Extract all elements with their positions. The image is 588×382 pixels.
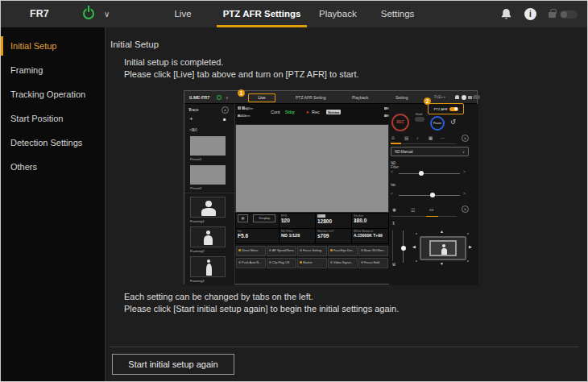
mini-framing1-thumb	[190, 197, 226, 218]
mini-lock-icon	[468, 96, 472, 99]
message-top-line2: Please click [Live] tab above and turn o…	[124, 69, 359, 79]
mini-collapse3-icon: ∧	[462, 206, 469, 213]
mini-grid-icon: ▤	[238, 214, 248, 222]
sidebar-item-framing[interactable]: Framing	[1, 58, 105, 82]
mini-preset-panel: Trace ∨ ∧ + ■ < 1 /10 > Preset1 Preset2 …	[184, 104, 235, 285]
mini-preset2-thumb	[190, 165, 226, 185]
mini-framing3-thumb	[190, 256, 226, 277]
mini-collapse-icon: ∧	[222, 106, 229, 114]
mini-nd-slider-right: >	[463, 169, 466, 174]
mini-status-lens: 8000mm x1.5	[238, 114, 240, 118]
mini-focus-mode3-icon: ▭	[429, 207, 433, 212]
page-title: Initial Setup	[110, 39, 159, 49]
mini-tab-setting: Setting	[395, 91, 408, 104]
mini-ptz-afr-toggle	[449, 107, 458, 111]
tab-ptz-afr-settings[interactable]: PTZ AFR Settings	[217, 1, 307, 27]
mini-bell-icon	[455, 95, 459, 99]
mini-titlebar: ILME-FR7 ∨ Live PTZ AFR Setting Playback…	[184, 91, 477, 104]
mini-lock-toggle	[473, 95, 480, 99]
person-bust-icon	[205, 201, 212, 207]
mini-fps-cell: FPS 120 fps	[280, 214, 315, 228]
info-icon[interactable]: i	[524, 8, 536, 20]
mini-preset1-thumb	[190, 136, 226, 156]
mini-assign-push-auto: Push Auto N...	[236, 258, 266, 268]
sidebar-item-detection-settings[interactable]: Detection Settings	[1, 131, 105, 155]
mini-stream-badge: Stream	[326, 110, 341, 114]
tab-live[interactable]: Live	[168, 1, 197, 27]
mini-rec-dot-icon: ●	[306, 110, 308, 114]
mini-preset1-label: Preset1	[190, 157, 201, 161]
mini-tab-playback: Playback	[352, 91, 368, 104]
mini-divider	[184, 193, 235, 193]
mini-iris-slider-left: <	[391, 191, 393, 196]
mini-nd-slider-track	[399, 173, 460, 174]
mini-status-cont: Cont	[271, 110, 280, 114]
mini-nd-slider-knob	[419, 171, 424, 176]
mini-assign-direct-menu: Direct Menu	[236, 246, 266, 256]
mini-framing3-label: Framing3	[190, 279, 205, 283]
mini-rotate-icon: ↺	[450, 118, 456, 126]
bell-icon[interactable]	[500, 8, 512, 20]
mini-nd-slider-left: <	[391, 169, 393, 174]
mini-pad-up-icon: ▲	[440, 229, 444, 234]
mini-iris-cell: Iris F5.6	[236, 229, 279, 243]
mini-tab-live-highlighted: Live	[248, 93, 275, 102]
chevron-down-icon[interactable]: ∨	[104, 1, 110, 27]
mini-info-icon	[462, 95, 466, 100]
sidebar-item-others[interactable]: Others	[1, 155, 105, 179]
mini-iris-slider-knob	[430, 193, 435, 197]
person-half-icon	[206, 230, 210, 235]
device-name: FR7	[30, 1, 49, 27]
mini-device-name: ILME-FR7	[189, 91, 209, 104]
mini-framing2-thumb	[190, 226, 226, 247]
mini-hold-label: Hold	[416, 112, 422, 116]
sidebar-item-tracking-operation[interactable]: Tracking Operation	[1, 82, 105, 106]
mini-home-icon: ⌂	[391, 135, 395, 140]
sidebar: Initial Setup Framing Tracking Operation…	[1, 27, 106, 382]
mini-focus-mode2-icon: ◫	[411, 207, 415, 212]
power-icon[interactable]	[83, 8, 94, 19]
mini-nd-filter-label: ND Filter ∨	[391, 161, 391, 165]
mini-shutter-cell: Shutter ◢ 180.0	[352, 214, 388, 228]
mini-status-ae: AE+0.75 999min	[384, 114, 387, 118]
mini-iris-slider-track	[399, 195, 460, 196]
mini-collapse2-icon: ∧	[462, 135, 469, 142]
mini-rec-button: REC	[391, 114, 409, 131]
mini-pause-button: Pause	[430, 116, 445, 131]
app-window: FR7 ∨ Live PTZ AFR Settings Playback Set…	[0, 0, 588, 382]
mini-assign-face-eye: Face/Eye Det...	[328, 246, 358, 256]
mini-framing1-label: Framing1	[190, 219, 205, 223]
mini-power-icon	[217, 95, 222, 100]
mini-pad-right-icon: ▶	[469, 244, 472, 249]
instruction-screenshot: ILME-FR7 ∨ Live PTZ AFR Setting Playback…	[184, 90, 478, 284]
mini-ndfilter-cell: ND Filter ND 1/128	[280, 229, 315, 243]
tab-settings[interactable]: Settings	[379, 1, 416, 27]
mini-assign-af-speed: AF Speed/Sens.	[267, 246, 296, 256]
mini-pagination: < 1 /10 >	[189, 127, 193, 132]
tab-playback[interactable]: Playback	[319, 1, 355, 27]
lock-toggle[interactable]	[560, 10, 578, 19]
mini-stop-icon: ■	[223, 117, 226, 122]
mini-focus-mode1-icon: ◉	[392, 207, 396, 212]
mini-lut-cell: Monitor LUT s709	[316, 229, 351, 243]
mini-status-stby: Stby	[285, 110, 295, 114]
mini-assign-clip-flag: Clip Flag OK	[267, 258, 296, 268]
mini-status-rec: Rec	[312, 110, 320, 114]
mini-ei-cell: EI 12800	[316, 214, 351, 228]
mini-hold-toggle	[415, 117, 424, 122]
mini-ptz-pad-frame	[429, 240, 457, 256]
titlebar: FR7 ∨ Live PTZ AFR Settings Playback Set…	[1, 1, 587, 27]
mini-ptz-afr-highlight: PTZ AFR	[428, 103, 464, 114]
start-initial-setup-again-button[interactable]: Start initial setup again	[112, 354, 234, 375]
mini-home-underline	[391, 143, 401, 144]
mini-iris-slider-right: >	[463, 191, 466, 196]
mini-assign-focus-hold: Focus Hold	[358, 258, 388, 268]
sidebar-item-initial-setup[interactable]: Initial Setup	[1, 34, 105, 58]
mini-nd-mode-dropdown: ND:Manual ∨	[391, 147, 469, 156]
sidebar-item-start-position[interactable]: Start Position	[1, 106, 105, 131]
mini-display-button: Display	[253, 214, 275, 222]
mini-assign-marker: Marker	[297, 258, 327, 268]
mini-focus-underline	[426, 216, 438, 218]
mini-assign-focus-setting: Focus Setting	[297, 246, 327, 256]
mini-assign-base-iso: Base ISO/Sen...	[358, 246, 388, 256]
